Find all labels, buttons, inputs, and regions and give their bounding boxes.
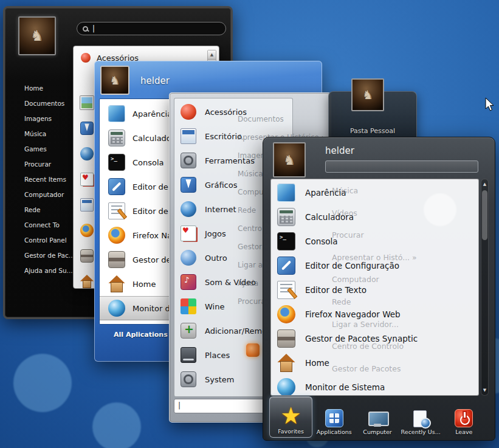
sound-video-icon: ♪ [181, 274, 196, 290]
plus-glyph: + [184, 322, 194, 336]
user-avatar: ♞ [273, 142, 306, 177]
chess-icon: ♞ [109, 74, 120, 87]
menu-item-label: Aparência [305, 188, 346, 198]
menu-icon-column: ♥ [80, 96, 94, 288]
bokeh-circle [424, 193, 456, 226]
chess-icon: ♞ [283, 153, 295, 168]
add-remove-icon: + [181, 323, 196, 339]
cards-icon[interactable]: ♥ [80, 173, 94, 186]
text-caret: | [178, 401, 181, 410]
category-label: Som & Vídeo [205, 278, 256, 287]
picture-icon[interactable] [80, 96, 94, 109]
category-label: Acessórios [205, 108, 247, 117]
appearance-icon [277, 184, 295, 202]
category-label: Jogos [205, 229, 226, 238]
office-icon [181, 128, 196, 144]
menu-item-label: Calculadora [305, 212, 354, 222]
home-icon [277, 354, 295, 372]
mouse-cursor [485, 97, 495, 114]
computer-icon [368, 412, 387, 427]
menu-item-monitor-sistema[interactable]: Monitor de Sistema [271, 375, 478, 396]
package-icon[interactable] [80, 249, 94, 263]
home-icon[interactable] [80, 275, 94, 288]
category-label: Ferramentas [205, 156, 255, 165]
tab-label: Applications [317, 429, 352, 435]
menu-item-label: Firefox Navegador Web [305, 309, 401, 319]
tab-label: Recently Us... [401, 429, 441, 435]
logout-power-icon [246, 343, 260, 357]
tools-icon [181, 153, 196, 168]
user-name: helder [325, 145, 354, 156]
prompt-glyph: >_ [280, 234, 286, 240]
terminal-icon: >_ [277, 232, 295, 250]
system-monitor-icon [277, 378, 295, 396]
menu-item-editor-texto[interactable]: Editor de Texto [271, 278, 478, 302]
globe-icon[interactable] [80, 147, 94, 160]
scrollbar[interactable]: ▲ ▼ [481, 179, 489, 396]
kickoff-menu-window: ♞ helder Aparência Calculadora >_Consola… [263, 137, 495, 441]
config-editor-icon [277, 257, 295, 275]
internet-globe-icon [181, 201, 196, 217]
games-cards-icon: ♥ [181, 226, 196, 241]
menu-item-label: Consola [132, 158, 164, 167]
user-avatar: ♞ [18, 16, 56, 55]
tab-recently-used[interactable]: Recently Us... [399, 396, 442, 438]
tab-label: Leave [455, 429, 472, 435]
heart-glyph: ♥ [182, 226, 189, 235]
graphics-icon [181, 177, 196, 193]
chess-icon: ♞ [362, 88, 373, 102]
scroll-thumb[interactable] [482, 190, 487, 240]
scroll-up-button[interactable]: ▲ [208, 50, 216, 60]
search-icon [83, 26, 88, 32]
document-icon[interactable] [80, 198, 94, 212]
category-label: Outro [205, 253, 227, 263]
menu-item-label: Editor de Texto [305, 285, 367, 295]
chess-icon: ♞ [30, 27, 44, 44]
menu-item-label: Editor de Configuração [305, 261, 399, 271]
menu-item-label: Consola [305, 236, 338, 246]
search-input[interactable] [325, 160, 478, 173]
terminal-icon: >_ [108, 154, 125, 171]
folder-image: ♞ [351, 78, 384, 111]
menu-item-firefox[interactable]: Firefox Navegador Web [271, 302, 478, 326]
package-manager-icon [277, 329, 295, 348]
applications-icon [325, 409, 343, 427]
category-label: Wine [205, 302, 224, 311]
pasta-pessoal-widget[interactable]: ♞ Pasta Pessoal [328, 91, 417, 142]
scroll-up-button[interactable]: ▲ [481, 180, 488, 188]
menu-item-label: Gestor de Pacotes Synaptic [305, 334, 418, 343]
text-editor-icon [277, 281, 295, 299]
tab-applications[interactable]: Applications [312, 396, 356, 438]
menu-item-label: Aparência [132, 109, 172, 119]
kickoff-tab-bar: ★ Favorites Applications Cumputer Recent… [269, 396, 486, 438]
appearance-icon [108, 105, 125, 122]
tab-computer[interactable]: Cumputer [356, 396, 399, 438]
category-acessorios[interactable]: Acessórios [174, 100, 292, 124]
all-applications-link[interactable]: All Aplications [114, 331, 168, 339]
prompt-glyph: >_ [111, 156, 117, 162]
search-input[interactable]: | [77, 22, 226, 35]
star-icon: ★ [281, 405, 301, 427]
scroll-down-button[interactable]: ▼ [481, 386, 488, 395]
category-label: System [205, 375, 234, 384]
menu-item-label: Monitor de Sistema [305, 382, 385, 392]
menu-item-home[interactable]: Home [271, 351, 478, 375]
category-label: Escritório [205, 132, 242, 141]
firefox-icon [277, 305, 295, 323]
folder-label: Pasta Pessoal [329, 127, 416, 135]
menu-item-synaptic[interactable]: Gestor de Pacotes Synaptic [271, 326, 478, 351]
firefox-icon [108, 227, 125, 244]
tab-leave[interactable]: Leave [442, 396, 486, 438]
user-name: helder [140, 75, 170, 86]
menu-item-editor-configuracao[interactable]: Editor de Configuração [271, 253, 478, 278]
menu-item-consola[interactable]: >_Consola [271, 229, 478, 253]
recent-documents-icon [411, 410, 430, 427]
bokeh-circle [13, 354, 72, 412]
home-icon [108, 275, 125, 292]
system-monitor-icon [108, 300, 125, 317]
package-manager-icon [108, 251, 125, 268]
category-label: Places [205, 351, 230, 360]
tab-favorites[interactable]: ★ Favorites [269, 396, 312, 438]
pen-icon[interactable] [80, 122, 94, 135]
firefox-icon[interactable] [80, 224, 94, 237]
